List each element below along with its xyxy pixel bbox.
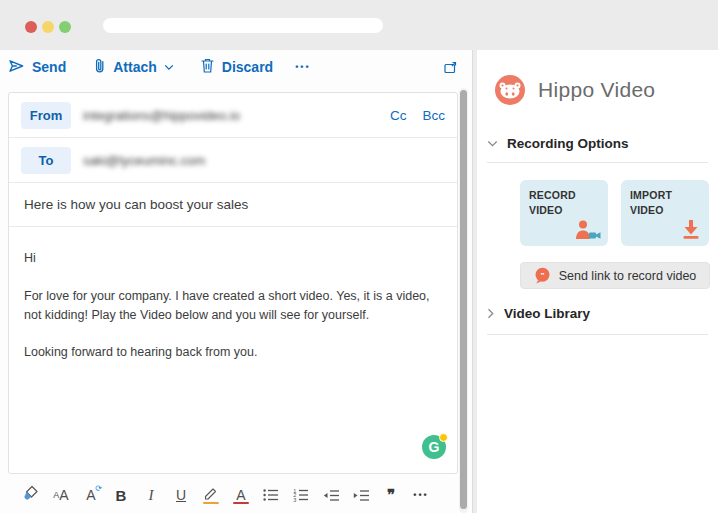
more-formatting-button[interactable]: •••: [406, 482, 436, 508]
chevron-right-icon: [487, 308, 495, 319]
font-color-icon: A: [236, 487, 245, 503]
trash-icon: [200, 57, 215, 77]
address-bar[interactable]: [103, 18, 383, 33]
open-in-new-window-icon[interactable]: [443, 60, 458, 75]
format-painter-icon: [22, 484, 40, 506]
compose-toolbar: Send Attach Discard •••: [0, 54, 458, 80]
discard-button[interactable]: Discard: [200, 57, 273, 77]
recording-options-label: Recording Options: [507, 136, 629, 151]
numbering-button[interactable]: 123: [286, 482, 316, 508]
compose-card: From integrations@hippovideo.io Cc Bcc T…: [8, 92, 458, 474]
import-video-label: IMPORT VIDEO: [630, 188, 685, 218]
video-library-label: Video Library: [504, 306, 590, 321]
discard-label: Discard: [222, 59, 273, 75]
hippo-video-logo-icon: [495, 75, 525, 105]
bullets-button[interactable]: [256, 482, 286, 508]
import-video-button[interactable]: IMPORT VIDEO: [621, 180, 709, 246]
to-field-row: To saki@lyceuminc.com: [9, 138, 457, 183]
quote-button[interactable]: ❞: [376, 482, 406, 508]
record-video-label: RECORD VIDEO: [529, 188, 584, 218]
attach-button[interactable]: Attach: [92, 57, 174, 77]
underline-button[interactable]: U: [166, 482, 196, 508]
message-body-editor[interactable]: Hi For love for your company. I have cre…: [9, 227, 457, 473]
increase-indent-icon: [352, 488, 371, 503]
chevron-down-icon: [487, 140, 498, 148]
body-greeting: Hi: [24, 249, 441, 268]
font-button[interactable]: AA: [46, 482, 76, 508]
browser-title-bar: [0, 0, 718, 50]
close-window-button[interactable]: [25, 21, 37, 33]
email-compose-panel: Send Attach Discard •••: [0, 50, 472, 513]
more-commands-button[interactable]: •••: [295, 62, 310, 72]
app-window: Send Attach Discard •••: [0, 50, 718, 513]
bold-button[interactable]: B: [106, 482, 136, 508]
record-video-icon: [574, 219, 601, 240]
recording-options-section-header[interactable]: Recording Options: [487, 136, 629, 151]
numbered-list-icon: 123: [292, 487, 310, 503]
section-divider: [487, 162, 708, 163]
refresh-arrows-icon: ⟳: [95, 484, 102, 493]
text-effects-icon: A: [86, 487, 95, 503]
to-address-value[interactable]: saki@lyceuminc.com: [83, 153, 205, 168]
svg-text:3: 3: [293, 497, 296, 503]
hippo-video-addin-panel: Hippo Video Recording Options RECORD VID…: [477, 50, 718, 513]
body-closing: Looking forward to hearing back from you…: [24, 343, 441, 362]
highlight-color-bar: [203, 502, 219, 505]
subject-field[interactable]: Here is how you can boost your sales: [9, 183, 457, 227]
scrollbar-thumb[interactable]: [460, 90, 467, 509]
chevron-down-icon: [164, 64, 174, 71]
minimize-window-button[interactable]: [42, 21, 54, 33]
vertical-scrollbar[interactable]: [459, 88, 468, 513]
outdent-button[interactable]: [316, 482, 346, 508]
addin-title: Hippo Video: [538, 78, 655, 102]
speech-bubble-icon: ”: [534, 267, 551, 284]
formatting-toolbar: AA A ⟳ B I U A 123: [0, 477, 458, 513]
download-icon: [680, 218, 702, 240]
font-color-button[interactable]: A: [226, 482, 256, 508]
from-field-row: From integrations@hippovideo.io Cc Bcc: [9, 93, 457, 138]
svg-text:”: ”: [540, 271, 544, 280]
from-address-value[interactable]: integrations@hippovideo.io: [83, 108, 240, 123]
section-divider: [487, 334, 708, 335]
grammarly-notification-dot: [439, 433, 448, 442]
send-link-to-record-button[interactable]: ” Send link to record video: [520, 262, 710, 289]
text-effects-button[interactable]: A ⟳: [76, 482, 106, 508]
font-color-bar: [233, 502, 249, 505]
attach-label: Attach: [113, 59, 157, 75]
bulleted-list-icon: [262, 487, 280, 503]
bcc-link[interactable]: Bcc: [422, 108, 445, 123]
indent-button[interactable]: [346, 482, 376, 508]
italic-button[interactable]: I: [136, 482, 166, 508]
paperclip-icon: [92, 57, 106, 77]
record-video-button[interactable]: RECORD VIDEO: [520, 180, 608, 246]
highlight-button[interactable]: [196, 482, 226, 508]
send-label: Send: [32, 59, 66, 75]
body-paragraph: For love for your company. I have create…: [24, 287, 441, 325]
send-link-label: Send link to record video: [559, 269, 697, 283]
recording-options-cards: RECORD VIDEO IMPORT VIDEO: [520, 180, 709, 246]
from-chip-button[interactable]: From: [21, 102, 71, 129]
send-icon: [8, 58, 25, 77]
send-button[interactable]: Send: [8, 58, 66, 77]
format-painter-button[interactable]: [16, 482, 46, 508]
decrease-indent-icon: [322, 488, 341, 503]
video-library-section-header[interactable]: Video Library: [487, 306, 590, 321]
to-chip-button[interactable]: To: [21, 147, 71, 174]
maximize-window-button[interactable]: [59, 21, 71, 33]
grammarly-badge[interactable]: G: [422, 435, 446, 459]
addin-header: Hippo Video: [495, 75, 655, 105]
cc-link[interactable]: Cc: [390, 108, 407, 123]
